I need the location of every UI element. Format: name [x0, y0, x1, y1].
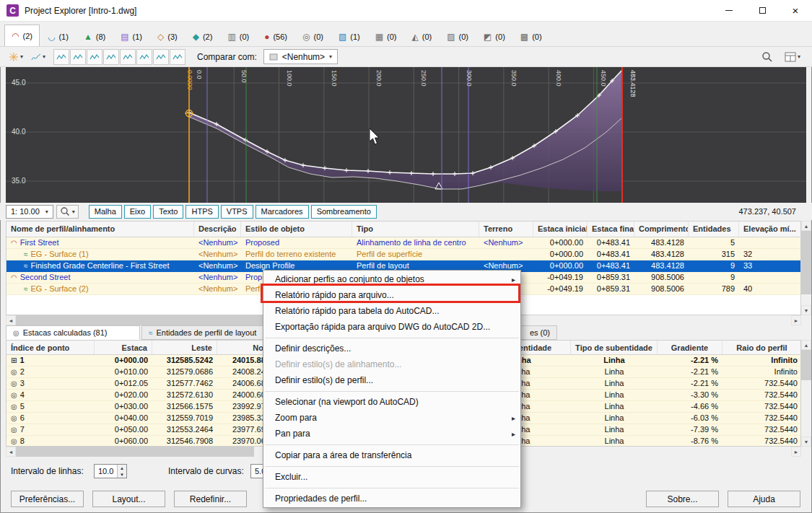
stepper-arrows[interactable]: ▲▼ — [117, 465, 126, 478]
profiles-table-vertical-scrollbar[interactable]: ▲ ▼ — [801, 221, 811, 315]
menu-item-excluir[interactable]: Excluir... — [263, 469, 520, 485]
toggle-htps[interactable]: HTPS — [185, 205, 218, 219]
tab-point-groups[interactable]: ◎(0) — [295, 27, 331, 46]
grid-view-toggle[interactable] — [120, 49, 136, 65]
tab-grading[interactable]: ◆(2) — [185, 27, 220, 46]
search-button[interactable] — [759, 49, 776, 65]
column-header[interactable]: Descrição — [194, 222, 241, 237]
tab-survey[interactable]: ◩(0) — [476, 27, 512, 46]
menu-item-pan-para[interactable]: Pan para▸ — [263, 426, 520, 442]
menu-item-exporta-o-r-pida-para-arquivo-dwg-do-autocad-2d[interactable]: Exportação rápida para arquivo DWG do Au… — [263, 319, 520, 335]
offset-alignments-icon: ◡ — [48, 32, 55, 41]
profile-view-toggle[interactable] — [70, 49, 86, 65]
toggle-sombreamento[interactable]: Sombreamento — [311, 205, 377, 219]
dual-view-toggle[interactable] — [87, 49, 102, 65]
table-row[interactable]: ≈EG - Surface (1)<Nenhum>Perfil do terre… — [6, 249, 800, 260]
menu-item-label: Definir descrições... — [275, 343, 351, 354]
scroll-left-icon[interactable]: ◄ — [6, 315, 16, 325]
compare-with-dropdown[interactable]: <Nenhum> ▾ — [263, 49, 338, 64]
column-header[interactable]: Índice de ponto — [6, 341, 95, 354]
cell-estaca: 0+060.00 — [95, 436, 152, 447]
zoom-dropdown[interactable]: ▾ — [56, 205, 79, 219]
scroll-right-icon[interactable]: ► — [791, 315, 801, 325]
stations-table-vertical-scrollbar[interactable]: ▲ ▼ — [801, 340, 811, 447]
stacked-view-toggle[interactable] — [103, 49, 119, 65]
maximize-button[interactable] — [746, 0, 779, 21]
tab-alignments[interactable]: ◠(2) — [4, 25, 40, 46]
toggle-malha[interactable]: Malha — [89, 205, 122, 219]
column-header[interactable]: Elevação mí... — [739, 222, 801, 237]
toggle-texto[interactable]: Texto — [153, 205, 183, 219]
scroll-down-icon[interactable]: ▼ — [801, 305, 811, 315]
table-row[interactable]: ◠First Street<Nenhum>ProposedAlinhamento… — [6, 237, 800, 249]
column-header[interactable]: Comprimento — [634, 222, 689, 237]
band-view-toggle[interactable] — [53, 49, 69, 65]
draw-flyout-button[interactable]: ▾ — [28, 50, 48, 64]
menu-item-relat-rio-r-pido-para-tabela-do-autocad[interactable]: Relatório rápido para tabela do AutoCAD.… — [263, 303, 520, 319]
tab-sample-line-groups[interactable]: ▧(1) — [331, 27, 367, 46]
tab-surfaces[interactable]: ▲(8) — [77, 27, 113, 46]
tab-cogo-points[interactable]: ●(56) — [257, 27, 294, 46]
menu-item-definir-estilo-s-de-perfil[interactable]: Definir estilo(s) de perfil... — [263, 372, 520, 388]
minimize-button[interactable] — [712, 0, 746, 21]
scrollbar-thumb[interactable] — [801, 350, 811, 380]
scroll-down-icon[interactable]: ▼ — [801, 437, 811, 447]
tab-intersections[interactable]: ◭(0) — [405, 27, 440, 46]
toggle-vtps[interactable]: VTPS — [221, 205, 253, 219]
scroll-up-icon[interactable]: ▲ — [801, 340, 811, 350]
panel-layout-button[interactable]: ▾ — [782, 50, 803, 64]
tab-blocks[interactable]: ▩(0) — [513, 27, 549, 46]
stepper-up-icon[interactable]: ▲ — [118, 465, 126, 471]
close-button[interactable]: × — [779, 0, 812, 21]
range-view-toggle[interactable] — [153, 49, 169, 65]
column-header[interactable]: Terreno — [479, 222, 533, 237]
reset-button[interactable]: Redefinir... — [174, 491, 247, 507]
menu-item-copiar-para-a-rea-de-transfer-ncia[interactable]: Copiar para a área de transferência — [263, 447, 520, 463]
scale-dropdown[interactable]: 1: 10.00 ▾ — [6, 205, 53, 219]
tab-pressure-networks[interactable]: ▨(0) — [440, 27, 476, 46]
menu-item-propriedades-de-perfil[interactable]: Propriedades de perfil... — [263, 491, 520, 507]
scroll-right-icon[interactable]: ► — [791, 447, 801, 457]
scrollbar-thumb[interactable] — [16, 447, 254, 457]
column-header[interactable]: Tipo — [352, 222, 479, 237]
tab-feature-lines[interactable]: ◇(3) — [150, 27, 185, 46]
column-header[interactable]: Entidades — [689, 222, 739, 237]
menu-item-definir-descri-es[interactable]: Definir descrições... — [263, 341, 520, 356]
tab-count: (0) — [240, 32, 249, 41]
scroll-left-icon[interactable]: ◄ — [6, 447, 16, 457]
style-flyout-button[interactable]: ▾ — [6, 50, 26, 64]
tab-offset-alignments[interactable]: ◡(1) — [40, 27, 76, 46]
about-button[interactable]: Sobre... — [646, 491, 719, 507]
toggle-eixo[interactable]: Eixo — [124, 205, 151, 219]
column-header[interactable]: Estaca final — [588, 222, 634, 237]
column-header[interactable]: Gradiente — [658, 341, 722, 354]
tab-pipe-networks[interactable]: ▥(0) — [220, 27, 256, 46]
scroll-up-icon[interactable]: ▲ — [801, 221, 811, 231]
tab-entidades-de-perfil-de-layout[interactable]: ≈Entidades de perfil de layout — [141, 325, 266, 340]
toggle-marcadores[interactable]: Marcadores — [256, 205, 309, 219]
column-header[interactable]: Raio do perfil — [722, 341, 801, 354]
column-header[interactable]: Tipo de subentidade — [571, 341, 658, 354]
overlay-view-toggle[interactable] — [136, 49, 152, 65]
help-button[interactable]: Ajuda — [728, 491, 800, 507]
column-header[interactable]: Estaca inicial — [533, 222, 588, 237]
tab-estacas-calculadas-81[interactable]: ◎Estacas calculadas (81) — [6, 325, 140, 340]
menu-item-selecionar-na-viewport-do-autocad[interactable]: Selecionar (na viewport do AutoCAD) — [263, 394, 520, 410]
stepper-down-icon[interactable]: ▼ — [118, 471, 126, 478]
column-header[interactable]: Nome de perfil/alinhamento — [6, 222, 194, 237]
menu-item-definir-estilo-s-de-alinhamento[interactable]: Definir estilo(s) de alinhamento... — [263, 356, 520, 372]
cell-leste: 312553.2464 — [152, 424, 217, 435]
line-interval-stepper[interactable]: 10.0 ▲▼ — [94, 464, 127, 478]
dual-view-toggle-icon — [90, 53, 100, 61]
profile-view[interactable]: 45.0 40.0 35.0 0.0000 483.4128 0.050.010… — [6, 67, 806, 203]
scrollbar-thumb[interactable] — [801, 231, 811, 294]
column-header[interactable]: Estilo de objeto — [241, 222, 352, 237]
preferences-button[interactable]: Preferências... — [11, 491, 84, 507]
tab-assemblies[interactable]: ▦(0) — [368, 27, 404, 46]
column-header[interactable]: Leste — [152, 341, 217, 354]
column-header[interactable]: Estaca — [95, 341, 152, 354]
menu-item-zoom-para[interactable]: Zoom para▸ — [263, 410, 520, 426]
markers-view-toggle[interactable] — [170, 49, 185, 65]
tab-corridors[interactable]: ▤(1) — [113, 27, 149, 46]
layout-button[interactable]: Layout... — [92, 491, 165, 507]
